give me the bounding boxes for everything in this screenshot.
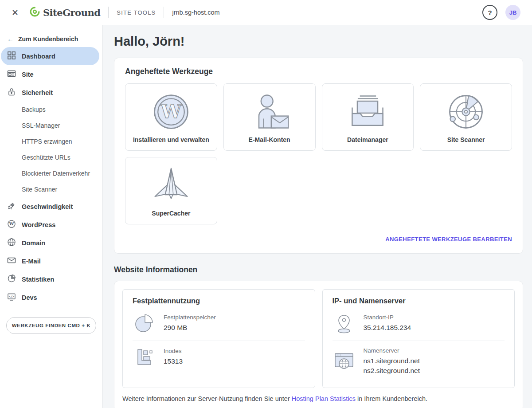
inodes-label: Inodes (164, 348, 183, 354)
sidebar-item-devs[interactable]: </> Devs (0, 288, 102, 306)
sidebar-item-statistics[interactable]: Statistiken (0, 270, 102, 288)
disk-usage-card: Festplattennutzung Festplattenspeicher 2… (122, 289, 315, 388)
sidebar-item-email[interactable]: E-Mail (0, 252, 102, 270)
sidebar-subitem-https-enforce[interactable]: HTTPS erzwingen (0, 133, 102, 149)
inodes-row: Inodes 15313 (133, 341, 305, 374)
code-monitor-icon: </> (7, 292, 16, 302)
website-info-title: Website Informationen (114, 265, 523, 275)
sidebar-subitem-backups[interactable]: Backups (0, 102, 102, 118)
tile-supercacher[interactable]: SuperCacher (125, 157, 217, 224)
server-usage-footnote: Weitere Informationen zur Server-Nutzung… (122, 395, 515, 402)
sidebar-subitem-protected-urls[interactable]: Geschützte URLs (0, 149, 102, 165)
site-tools-label: SITE TOOLS (117, 9, 156, 16)
grid-icon (7, 51, 16, 61)
ip-nameserver-card: IP- und Namenserver Standort-IP 35.214.1… (322, 289, 515, 388)
inodes-icon (133, 347, 156, 367)
sidebar-item-domain[interactable]: Domain (0, 234, 102, 252)
help-icon[interactable]: ? (482, 5, 497, 20)
disk-space-label: Festplattenspeicher (164, 314, 216, 321)
sidebar-item-label: Site (22, 71, 34, 78)
rocket-icon (7, 201, 16, 212)
sidebar-item-label: Dashboard (22, 53, 55, 60)
sidebar-item-label: E-Mail (22, 258, 41, 265)
sidebar-subitem-site-scanner[interactable]: Site Scanner (0, 181, 102, 197)
tile-label: SuperCacher (152, 210, 190, 217)
sidebar-subitem-blocked-traffic[interactable]: Blockierter Datenverkehr (0, 165, 102, 181)
tile-install-manage-wordpress[interactable]: W Installieren und verwalten (125, 83, 217, 151)
browser-icon (7, 69, 16, 79)
disk-space-value: 290 MB (164, 323, 216, 333)
envelope-icon (7, 256, 16, 266)
find-tool-button[interactable]: WERKZEUG FINDEN CMD + K (6, 317, 96, 334)
site-ip-value: 35.214.185.234 (364, 323, 411, 333)
svg-text:W: W (9, 221, 14, 226)
back-to-client-area-link[interactable]: ← Zum Kundenbereich (0, 30, 102, 47)
ip-nameserver-title: IP- und Namenserver (332, 297, 505, 305)
tile-site-scanner[interactable]: Site Scanner (420, 83, 512, 151)
tile-file-manager[interactable]: Dateimanager (322, 83, 414, 151)
sidebar-item-label: Sicherheit (22, 89, 53, 96)
pinned-tools-grid: W Installieren und verwalten E-Mail-Kont… (125, 83, 512, 224)
brand-name: SiteGround (43, 7, 100, 18)
file-manager-icon (346, 84, 389, 136)
edit-pinned-tools-link[interactable]: ANGEHEFTETE WERKZEUGE BEARBEITEN (125, 236, 512, 243)
divider (108, 7, 109, 18)
sidebar-item-label: WordPress (22, 221, 55, 228)
main-content: Hallo, Jörn! Angeheftete Werkzeuge W Ins… (103, 25, 532, 408)
location-pin-icon (332, 313, 356, 333)
sidebar-item-site[interactable]: Site (0, 65, 102, 83)
nameserver-label: Namenserver (364, 347, 420, 354)
nameserver-value-2: ns2.siteground.net (364, 366, 420, 376)
siteground-logo[interactable]: SiteGround (29, 6, 100, 19)
disk-usage-title: Festplattennutzung (133, 297, 305, 305)
email-accounts-icon (248, 84, 291, 136)
close-icon[interactable]: ✕ (12, 8, 19, 17)
radar-icon (445, 84, 487, 136)
tile-label: E-Mail-Konten (249, 136, 290, 143)
wordpress-icon: W (7, 220, 16, 230)
site-ip-row: Standort-IP 35.214.185.234 (332, 307, 505, 341)
paper-rocket-icon (150, 157, 192, 210)
divider (164, 7, 164, 18)
svg-text:W: W (160, 100, 182, 122)
footnote-text: Weitere Informationen zur Server-Nutzung… (122, 395, 292, 402)
globe-icon (7, 238, 16, 248)
sidebar-item-security[interactable]: Sicherheit (0, 83, 102, 102)
pinned-tools-title: Angeheftete Werkzeuge (125, 67, 512, 76)
sidebar-item-wordpress[interactable]: W WordPress (0, 216, 102, 234)
disk-space-row: Festplattenspeicher 290 MB (133, 307, 305, 341)
page-title: Hallo, Jörn! (114, 34, 523, 49)
topbar: ✕ SiteGround SITE TOOLS jrnb.sg-host.com… (0, 0, 532, 25)
sidebar: ← Zum Kundenbereich Dashboard Site Siche… (0, 25, 103, 408)
avatar[interactable]: JB (505, 5, 520, 20)
tile-label: Installieren und verwalten (133, 136, 209, 143)
pinned-tools-card: Angeheftete Werkzeuge W Installieren und… (114, 58, 523, 254)
inodes-value: 15313 (164, 357, 183, 366)
tile-label: Site Scanner (447, 136, 485, 143)
sidebar-item-speed[interactable]: Geschwindigkeit (0, 197, 102, 216)
sidebar-item-label: Devs (22, 294, 37, 301)
footnote-text: in Ihrem Kundenbereich. (356, 395, 427, 402)
sidebar-item-label: Domain (22, 239, 45, 247)
pie-chart-icon (7, 274, 16, 284)
nameserver-icon (332, 352, 356, 371)
back-arrow-icon: ← (7, 35, 14, 43)
tile-label: Dateimanager (347, 136, 388, 143)
tile-email-accounts[interactable]: E-Mail-Konten (223, 83, 316, 151)
back-label: Zum Kundenbereich (18, 35, 78, 43)
sidebar-item-label: Geschwindigkeit (22, 203, 73, 210)
sidebar-item-label: Statistiken (22, 276, 54, 283)
hosting-plan-statistics-link[interactable]: Hosting Plan Statistics (292, 395, 356, 402)
current-site-domain: jrnb.sg-host.com (172, 9, 219, 16)
sidebar-subitem-ssl-manager[interactable]: SSL-Manager (0, 118, 102, 133)
svg-text:</>: </> (9, 295, 15, 298)
lock-icon (7, 87, 16, 98)
wordpress-icon: W (150, 84, 192, 136)
nameserver-value-1: ns1.siteground.net (364, 356, 420, 366)
pie-chart-icon (133, 313, 156, 333)
siteground-logo-icon (29, 6, 40, 19)
site-ip-label: Standort-IP (364, 314, 411, 321)
sidebar-item-dashboard[interactable]: Dashboard (1, 47, 99, 65)
nameserver-row: Namenserver ns1.siteground.net ns2.siteg… (332, 341, 505, 383)
website-info-card: Festplattennutzung Festplattenspeicher 2… (114, 281, 523, 408)
